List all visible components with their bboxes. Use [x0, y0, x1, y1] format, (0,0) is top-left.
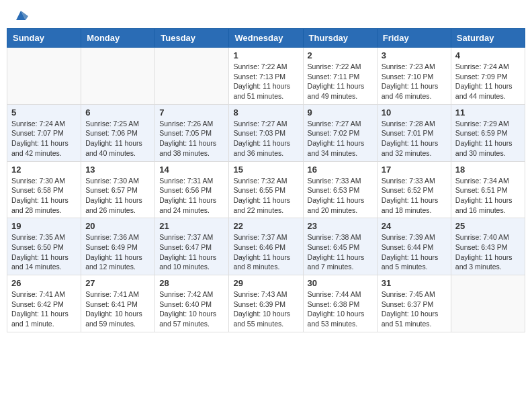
calendar-cell: 27Sunrise: 7:41 AM Sunset: 6:41 PM Dayli… [81, 275, 155, 332]
day-number: 21 [159, 221, 224, 231]
day-number: 8 [233, 107, 298, 118]
calendar-cell [7, 48, 81, 105]
day-number: 15 [233, 165, 298, 175]
calendar-cell: 22Sunrise: 7:37 AM Sunset: 6:46 PM Dayli… [229, 218, 303, 275]
page-header [7, 7, 525, 23]
calendar-cell: 2Sunrise: 7:22 AM Sunset: 7:11 PM Daylig… [303, 48, 377, 105]
calendar-week-row: 5Sunrise: 7:24 AM Sunset: 7:07 PM Daylig… [7, 104, 525, 161]
calendar-cell: 4Sunrise: 7:24 AM Sunset: 7:09 PM Daylig… [451, 48, 525, 105]
day-number: 10 [382, 107, 447, 118]
day-header-monday: Monday [81, 29, 155, 48]
calendar-cell: 7Sunrise: 7:26 AM Sunset: 7:05 PM Daylig… [155, 104, 229, 161]
day-info: Sunrise: 7:45 AM Sunset: 6:37 PM Dayligh… [382, 289, 447, 329]
calendar-cell: 26Sunrise: 7:41 AM Sunset: 6:42 PM Dayli… [7, 275, 81, 332]
day-header-thursday: Thursday [303, 29, 377, 48]
day-info: Sunrise: 7:35 AM Sunset: 6:50 PM Dayligh… [11, 232, 77, 272]
calendar-cell: 5Sunrise: 7:24 AM Sunset: 7:07 PM Daylig… [7, 104, 81, 161]
day-info: Sunrise: 7:44 AM Sunset: 6:38 PM Dayligh… [308, 289, 373, 329]
day-header-tuesday: Tuesday [155, 29, 229, 48]
day-info: Sunrise: 7:22 AM Sunset: 7:13 PM Dayligh… [233, 62, 298, 101]
day-info: Sunrise: 7:33 AM Sunset: 6:53 PM Dayligh… [308, 176, 373, 216]
day-info: Sunrise: 7:27 AM Sunset: 7:02 PM Dayligh… [308, 119, 373, 158]
day-number: 28 [159, 278, 224, 288]
calendar-cell: 31Sunrise: 7:45 AM Sunset: 6:37 PM Dayli… [377, 275, 451, 332]
day-info: Sunrise: 7:23 AM Sunset: 7:10 PM Dayligh… [382, 62, 447, 101]
day-info: Sunrise: 7:25 AM Sunset: 7:06 PM Dayligh… [85, 119, 150, 158]
day-number: 12 [11, 165, 77, 175]
calendar-cell: 28Sunrise: 7:42 AM Sunset: 6:40 PM Dayli… [155, 275, 229, 332]
day-info: Sunrise: 7:43 AM Sunset: 6:39 PM Dayligh… [233, 289, 298, 329]
day-number: 29 [233, 278, 298, 288]
day-header-friday: Friday [377, 29, 451, 48]
calendar-week-row: 1Sunrise: 7:22 AM Sunset: 7:13 PM Daylig… [7, 48, 525, 105]
calendar-cell [451, 275, 525, 332]
day-info: Sunrise: 7:38 AM Sunset: 6:45 PM Dayligh… [308, 232, 373, 272]
day-number: 22 [233, 221, 298, 231]
calendar-cell: 25Sunrise: 7:40 AM Sunset: 6:43 PM Dayli… [451, 218, 525, 275]
day-info: Sunrise: 7:24 AM Sunset: 7:07 PM Dayligh… [11, 119, 77, 158]
day-number: 31 [382, 278, 447, 288]
calendar-table: SundayMondayTuesdayWednesdayThursdayFrid… [7, 28, 525, 332]
day-info: Sunrise: 7:22 AM Sunset: 7:11 PM Dayligh… [308, 62, 373, 101]
day-number: 3 [382, 50, 447, 60]
day-info: Sunrise: 7:36 AM Sunset: 6:49 PM Dayligh… [85, 232, 150, 272]
day-info: Sunrise: 7:39 AM Sunset: 6:44 PM Dayligh… [382, 232, 447, 272]
day-number: 23 [308, 221, 373, 231]
day-number: 9 [308, 107, 373, 118]
day-header-saturday: Saturday [451, 29, 525, 48]
calendar-cell: 9Sunrise: 7:27 AM Sunset: 7:02 PM Daylig… [303, 104, 377, 161]
day-info: Sunrise: 7:42 AM Sunset: 6:40 PM Dayligh… [159, 289, 224, 329]
calendar-week-row: 12Sunrise: 7:30 AM Sunset: 6:58 PM Dayli… [7, 161, 525, 218]
day-number: 24 [382, 221, 447, 231]
calendar-cell: 15Sunrise: 7:32 AM Sunset: 6:55 PM Dayli… [229, 161, 303, 218]
calendar-cell: 16Sunrise: 7:33 AM Sunset: 6:53 PM Dayli… [303, 161, 377, 218]
day-info: Sunrise: 7:26 AM Sunset: 7:05 PM Dayligh… [159, 119, 224, 158]
calendar-cell [155, 48, 229, 105]
day-number: 7 [159, 107, 224, 118]
day-info: Sunrise: 7:41 AM Sunset: 6:42 PM Dayligh… [11, 289, 77, 329]
calendar-cell: 12Sunrise: 7:30 AM Sunset: 6:58 PM Dayli… [7, 161, 81, 218]
day-number: 27 [85, 278, 150, 288]
day-number: 20 [85, 221, 150, 231]
calendar-cell: 29Sunrise: 7:43 AM Sunset: 6:39 PM Dayli… [229, 275, 303, 332]
calendar-cell: 17Sunrise: 7:33 AM Sunset: 6:52 PM Dayli… [377, 161, 451, 218]
calendar-cell: 23Sunrise: 7:38 AM Sunset: 6:45 PM Dayli… [303, 218, 377, 275]
day-info: Sunrise: 7:24 AM Sunset: 7:09 PM Dayligh… [455, 62, 521, 101]
calendar-cell: 8Sunrise: 7:27 AM Sunset: 7:03 PM Daylig… [229, 104, 303, 161]
calendar-cell: 13Sunrise: 7:30 AM Sunset: 6:57 PM Dayli… [81, 161, 155, 218]
day-number: 17 [382, 165, 447, 175]
day-info: Sunrise: 7:32 AM Sunset: 6:55 PM Dayligh… [233, 176, 298, 216]
logo [12, 9, 28, 20]
calendar-cell: 30Sunrise: 7:44 AM Sunset: 6:38 PM Dayli… [303, 275, 377, 332]
day-header-sunday: Sunday [7, 29, 81, 48]
day-info: Sunrise: 7:37 AM Sunset: 6:46 PM Dayligh… [233, 232, 298, 272]
day-number: 25 [455, 221, 521, 231]
day-info: Sunrise: 7:31 AM Sunset: 6:56 PM Dayligh… [159, 176, 224, 216]
day-info: Sunrise: 7:28 AM Sunset: 7:01 PM Dayligh… [382, 119, 447, 158]
day-info: Sunrise: 7:33 AM Sunset: 6:52 PM Dayligh… [382, 176, 447, 216]
day-number: 18 [455, 165, 521, 175]
day-info: Sunrise: 7:29 AM Sunset: 6:59 PM Dayligh… [455, 119, 521, 158]
calendar-cell: 21Sunrise: 7:37 AM Sunset: 6:47 PM Dayli… [155, 218, 229, 275]
day-number: 14 [159, 165, 224, 175]
logo-icon [13, 8, 28, 23]
day-number: 30 [308, 278, 373, 288]
calendar-cell: 11Sunrise: 7:29 AM Sunset: 6:59 PM Dayli… [451, 104, 525, 161]
day-info: Sunrise: 7:30 AM Sunset: 6:57 PM Dayligh… [85, 176, 150, 216]
day-info: Sunrise: 7:41 AM Sunset: 6:41 PM Dayligh… [85, 289, 150, 329]
calendar-cell: 1Sunrise: 7:22 AM Sunset: 7:13 PM Daylig… [229, 48, 303, 105]
day-number: 13 [85, 165, 150, 175]
calendar-cell [81, 48, 155, 105]
day-info: Sunrise: 7:37 AM Sunset: 6:47 PM Dayligh… [159, 232, 224, 272]
day-header-wednesday: Wednesday [229, 29, 303, 48]
calendar-cell: 19Sunrise: 7:35 AM Sunset: 6:50 PM Dayli… [7, 218, 81, 275]
calendar-cell: 3Sunrise: 7:23 AM Sunset: 7:10 PM Daylig… [377, 48, 451, 105]
calendar-cell: 10Sunrise: 7:28 AM Sunset: 7:01 PM Dayli… [377, 104, 451, 161]
calendar-header-row: SundayMondayTuesdayWednesdayThursdayFrid… [7, 29, 525, 48]
day-number: 11 [455, 107, 521, 118]
day-number: 26 [11, 278, 77, 288]
calendar-cell: 14Sunrise: 7:31 AM Sunset: 6:56 PM Dayli… [155, 161, 229, 218]
calendar-week-row: 26Sunrise: 7:41 AM Sunset: 6:42 PM Dayli… [7, 275, 525, 332]
calendar-cell: 20Sunrise: 7:36 AM Sunset: 6:49 PM Dayli… [81, 218, 155, 275]
calendar-cell: 18Sunrise: 7:34 AM Sunset: 6:51 PM Dayli… [451, 161, 525, 218]
